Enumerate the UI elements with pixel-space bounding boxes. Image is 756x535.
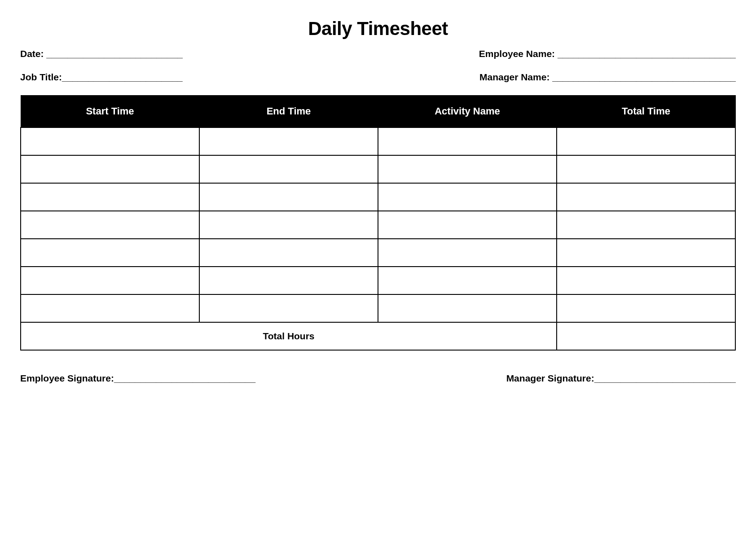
- cell-end-time[interactable]: [199, 211, 378, 239]
- cell-total-time[interactable]: [557, 294, 735, 322]
- total-hours-row: Total Hours: [21, 322, 735, 350]
- total-hours-label: Total Hours: [21, 322, 557, 350]
- cell-activity-name[interactable]: [378, 183, 557, 211]
- table-row: [21, 239, 735, 267]
- cell-end-time[interactable]: [199, 155, 378, 183]
- cell-end-time[interactable]: [199, 127, 378, 155]
- header-start-time: Start Time: [21, 96, 199, 128]
- cell-total-time[interactable]: [557, 267, 735, 294]
- total-hours-value[interactable]: [557, 322, 735, 350]
- cell-total-time[interactable]: [557, 239, 735, 267]
- cell-activity-name[interactable]: [378, 239, 557, 267]
- table-row: [21, 211, 735, 239]
- cell-start-time[interactable]: [21, 267, 199, 294]
- cell-start-time[interactable]: [21, 239, 199, 267]
- manager-signature-field[interactable]: Manager Signature:______________________…: [506, 373, 736, 384]
- cell-start-time[interactable]: [21, 211, 199, 239]
- cell-start-time[interactable]: [21, 183, 199, 211]
- cell-end-time[interactable]: [199, 294, 378, 322]
- timesheet-table: Start Time End Time Activity Name Total …: [20, 95, 736, 351]
- table-row: [21, 183, 735, 211]
- table-row: [21, 294, 735, 322]
- cell-start-time[interactable]: [21, 155, 199, 183]
- header-end-time: End Time: [199, 96, 378, 128]
- cell-activity-name[interactable]: [378, 211, 557, 239]
- cell-activity-name[interactable]: [378, 127, 557, 155]
- manager-name-field[interactable]: Manager Name: __________________________…: [479, 72, 736, 83]
- cell-start-time[interactable]: [21, 127, 199, 155]
- header-activity-name: Activity Name: [378, 96, 557, 128]
- cell-end-time[interactable]: [199, 239, 378, 267]
- cell-end-time[interactable]: [199, 267, 378, 294]
- employee-signature-field[interactable]: Employee Signature:_____________________…: [20, 373, 255, 384]
- table-row: [21, 127, 735, 155]
- cell-total-time[interactable]: [557, 127, 735, 155]
- cell-total-time[interactable]: [557, 211, 735, 239]
- cell-start-time[interactable]: [21, 294, 199, 322]
- employee-name-field[interactable]: Employee Name: _________________________…: [479, 48, 736, 59]
- job-title-field[interactable]: Job Title:_______________________: [20, 72, 183, 83]
- table-header-row: Start Time End Time Activity Name Total …: [21, 96, 735, 128]
- header-row-2: Job Title:_______________________ Manage…: [20, 72, 736, 83]
- header-row-1: Date: __________________________ Employe…: [20, 48, 736, 59]
- cell-activity-name[interactable]: [378, 294, 557, 322]
- cell-activity-name[interactable]: [378, 155, 557, 183]
- signatures-row: Employee Signature:_____________________…: [20, 373, 736, 384]
- cell-total-time[interactable]: [557, 183, 735, 211]
- cell-total-time[interactable]: [557, 155, 735, 183]
- table-row: [21, 155, 735, 183]
- cell-activity-name[interactable]: [378, 267, 557, 294]
- table-row: [21, 267, 735, 294]
- page-title: Daily Timesheet: [20, 18, 736, 39]
- header-total-time: Total Time: [557, 96, 735, 128]
- date-field[interactable]: Date: __________________________: [20, 48, 183, 59]
- cell-end-time[interactable]: [199, 183, 378, 211]
